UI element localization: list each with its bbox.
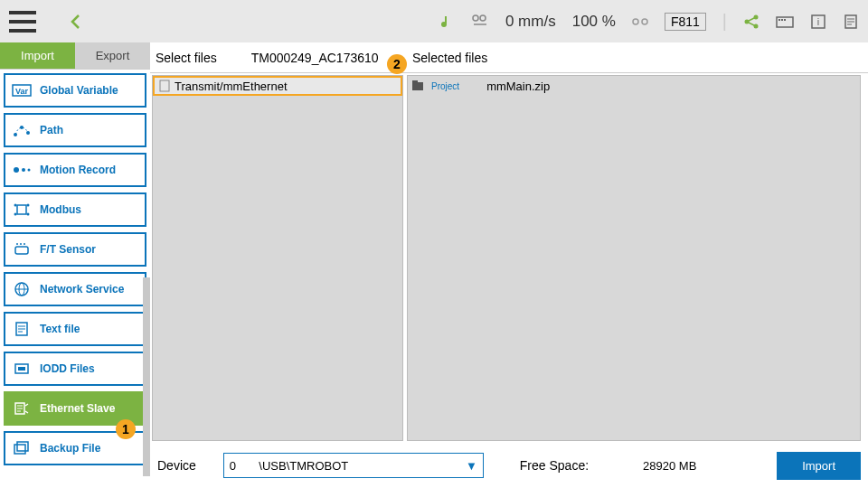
speed-icon <box>471 14 489 30</box>
svg-rect-40 <box>412 80 418 83</box>
svg-point-27 <box>14 213 17 216</box>
svg-rect-9 <box>777 17 793 27</box>
top-status: 0 mm/s 100 % F811 | i <box>439 11 859 32</box>
code-box: F811 <box>665 13 706 31</box>
modbus-icon <box>11 199 33 221</box>
sidebar-scrollbar[interactable] <box>143 277 150 476</box>
list-item-label: Transmit/mmEthernet <box>175 80 288 93</box>
svg-rect-4 <box>633 19 638 24</box>
svg-rect-34 <box>18 367 25 371</box>
badge-1: 1 <box>116 419 136 439</box>
svg-point-3 <box>480 15 486 21</box>
sidebar-item-label: Network Service <box>40 283 124 296</box>
list-item-label: mmMain.zip <box>486 80 550 93</box>
svg-rect-36 <box>14 445 25 454</box>
robot-icon <box>439 14 455 30</box>
svg-point-22 <box>22 168 25 172</box>
menu-icon[interactable] <box>9 11 36 33</box>
svg-rect-24 <box>17 205 26 214</box>
list-item[interactable]: Transmit/mmEthernet <box>153 76 402 96</box>
network-icon <box>11 278 33 300</box>
import-button[interactable]: Import <box>777 452 861 480</box>
badge-2: 2 <box>387 54 407 74</box>
sidebar-item-global-variable[interactable]: Var Global Variable <box>4 73 146 108</box>
device-select[interactable]: 0 \USB\TMROBOT ▼ <box>223 453 484 478</box>
keyboard-icon[interactable] <box>776 14 794 29</box>
svg-rect-39 <box>412 82 423 90</box>
textfile-icon <box>11 318 33 340</box>
lists-row: Transmit/mmEthernet Project mmMain.zip <box>150 73 868 443</box>
sidebar-item-network-service[interactable]: Network Service <box>4 272 146 306</box>
device-label: Device <box>157 458 196 473</box>
sidebar-item-motion-record[interactable]: Motion Record <box>4 153 146 187</box>
svg-rect-38 <box>160 80 169 91</box>
sidebar-item-path[interactable]: Path <box>4 113 146 147</box>
footer-row: Device 0 \USB\TMROBOT ▼ Free Space: 2892… <box>150 443 868 488</box>
selected-files-list[interactable]: Project mmMain.zip <box>407 75 861 441</box>
project-icon <box>411 80 424 92</box>
svg-rect-5 <box>642 19 647 24</box>
svg-point-28 <box>27 213 30 216</box>
ethernet-icon <box>11 398 33 419</box>
sidebar-item-label: Ethernet Slave <box>40 402 115 415</box>
sidebar-item-label: F/T Sensor <box>40 243 96 256</box>
header-row: Select files TM000249_AC173610 Selected … <box>150 42 868 73</box>
content: Select files TM000249_AC173610 Selected … <box>150 42 868 488</box>
speed-value: 0 mm/s <box>505 13 556 31</box>
tab-export[interactable]: Export <box>75 42 150 69</box>
select-files-label: Select files <box>156 51 217 65</box>
svg-text:i: i <box>817 16 819 27</box>
svg-point-21 <box>14 167 19 173</box>
svg-rect-11 <box>781 19 783 21</box>
sidebar-item-label: Path <box>40 124 63 136</box>
select-files-list[interactable]: Transmit/mmEthernet <box>152 75 403 441</box>
backup-icon <box>11 437 33 459</box>
selected-files-label: Selected files <box>412 51 487 65</box>
top-bar: 0 mm/s 100 % F811 | i <box>0 0 868 42</box>
svg-point-26 <box>27 204 30 207</box>
var-icon: Var <box>11 80 33 101</box>
sidebar-item-label: IODD Files <box>40 362 95 375</box>
link-icon <box>632 16 648 27</box>
percent-value: 100 % <box>572 13 616 31</box>
sidebar-item-label: Motion Record <box>40 164 116 176</box>
svg-rect-37 <box>17 442 28 451</box>
tab-row: Import Export <box>0 42 150 70</box>
sidebar-item-label: Modbus <box>40 203 81 216</box>
svg-point-2 <box>473 15 478 21</box>
sensor-icon <box>11 239 33 260</box>
sidebar-item-label: Backup File <box>40 442 100 455</box>
sidebar-item-ft-sensor[interactable]: F/T Sensor <box>4 232 146 267</box>
svg-rect-1 <box>445 16 447 23</box>
path-icon <box>11 119 33 141</box>
svg-rect-10 <box>778 19 780 21</box>
svg-text:Var: Var <box>15 87 29 96</box>
free-space-value: 28920 MB <box>643 459 696 473</box>
iodd-icon <box>11 358 33 380</box>
svg-rect-29 <box>15 247 28 254</box>
motion-icon <box>11 159 33 181</box>
free-space-label: Free Space: <box>520 458 589 473</box>
svg-point-25 <box>14 204 17 207</box>
sidebar-item-label: Global Variable <box>40 84 118 97</box>
svg-point-23 <box>28 169 31 172</box>
chevron-down-icon: ▼ <box>466 459 477 473</box>
svg-rect-12 <box>784 19 786 21</box>
back-arrow-icon[interactable] <box>68 13 86 31</box>
sidebar-item-modbus[interactable]: Modbus <box>4 192 146 227</box>
device-select-value: 0 \USB\TMROBOT <box>230 459 348 473</box>
project-tag: Project <box>431 81 459 91</box>
list-item[interactable]: Project mmMain.zip <box>408 76 860 96</box>
doc-icon[interactable] <box>843 14 859 30</box>
share-icon[interactable] <box>743 14 760 30</box>
tab-import[interactable]: Import <box>0 42 75 69</box>
sidebar-item-label: Text file <box>40 323 80 335</box>
info-icon[interactable]: i <box>810 14 826 30</box>
file-icon <box>158 80 171 92</box>
sidebar-item-text-file[interactable]: Text file <box>4 312 146 346</box>
device-id: TM000249_AC173610 <box>251 51 379 65</box>
sidebar-item-iodd-files[interactable]: IODD Files <box>4 352 146 386</box>
